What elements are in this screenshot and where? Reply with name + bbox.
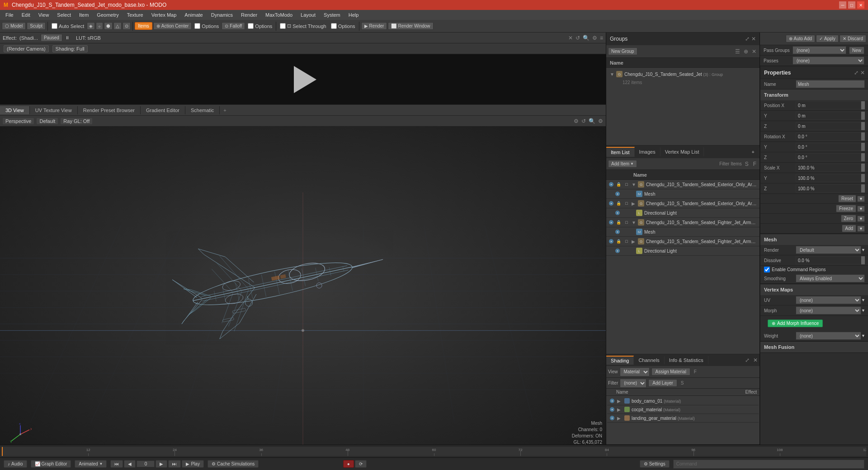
mat-vis-1[interactable]: ● <box>610 407 614 412</box>
frame-input[interactable] <box>137 461 155 467</box>
position-z-drag[interactable] <box>861 122 865 130</box>
transform-header[interactable]: Transform <box>760 89 868 100</box>
tool-icon-2[interactable]: ⬦ <box>96 22 103 30</box>
corner-icon-2[interactable]: ↺ <box>576 35 580 41</box>
animated-dropdown[interactable]: ▼ <box>99 462 103 466</box>
groups-icon-3[interactable]: ✕ <box>750 48 758 55</box>
discard-button[interactable]: ✕ Discard <box>840 35 866 42</box>
tab-uv-texture[interactable]: UV Texture View <box>30 106 78 114</box>
rotation-y-drag[interactable] <box>861 143 865 151</box>
corner-icon-4[interactable]: ⚙ <box>592 35 597 41</box>
groups-close[interactable]: ✕ <box>751 36 756 42</box>
titlebar-controls[interactable]: ─ □ ✕ <box>839 1 864 9</box>
scale-z-input[interactable] <box>796 184 861 193</box>
action-center-button[interactable]: ⊕ Action Center <box>153 22 192 30</box>
name-input[interactable] <box>796 80 865 88</box>
position-y-input[interactable] <box>796 112 861 120</box>
item-row-0[interactable]: ● 🔒 □ ▼ G Chengdu_J10_S_Tandem_Seated_Ex… <box>606 180 760 189</box>
menu-file[interactable]: File <box>2 11 17 19</box>
item-row-5[interactable]: ● M Mesh <box>606 227 760 237</box>
tool-icon-3[interactable]: ⬢ <box>104 22 113 30</box>
mesh-fusion-header[interactable]: Mesh Fusion <box>760 342 868 352</box>
item-row-1[interactable]: ● M Mesh <box>606 189 760 199</box>
mat-expand-1[interactable]: ▶ <box>617 407 622 412</box>
audio-button[interactable]: ♪ Audio <box>4 460 27 468</box>
add-item-button[interactable]: Add Item ▼ <box>608 160 637 168</box>
group-root[interactable]: ▼ G Chengdu_J10_S_Tandem_Seated_Jet (3) … <box>608 70 758 79</box>
render-6[interactable]: □ <box>623 239 630 244</box>
tool-icon-4[interactable]: △ <box>113 22 122 30</box>
new-group-button[interactable]: New Group <box>608 47 637 55</box>
render-dropdown[interactable]: ▼ <box>861 248 865 252</box>
vis-toggle-7[interactable]: ● <box>615 249 620 253</box>
dissolve-drag[interactable] <box>861 256 865 264</box>
tab-gradient-editor[interactable]: Gradient Editor <box>141 106 185 114</box>
position-y-drag[interactable] <box>861 112 865 120</box>
weight-dropdown[interactable]: ▼ <box>861 334 865 338</box>
shading-expand[interactable]: ⤢ <box>743 357 751 363</box>
menu-item[interactable]: Item <box>75 11 92 19</box>
menu-help[interactable]: Help <box>345 11 363 19</box>
options-checkbox-2[interactable] <box>248 23 254 29</box>
filter-select[interactable]: (none) <box>620 379 646 388</box>
add-dropdown[interactable]: ▼ <box>857 226 865 232</box>
options-checkbox-1[interactable] <box>194 23 200 29</box>
lock-2[interactable]: 🔒 <box>615 201 622 206</box>
step-back-button[interactable]: ◀ <box>124 460 136 468</box>
animated-button[interactable]: Animated ▼ <box>75 460 107 468</box>
auto-select-checkbox[interactable] <box>52 23 57 29</box>
tab-render-preset[interactable]: Render Preset Browser <box>78 106 141 114</box>
select-options-toggle[interactable]: Options <box>329 22 357 30</box>
close-button[interactable]: ✕ <box>857 1 864 9</box>
mat-expand-0[interactable]: ▶ <box>617 399 622 404</box>
auto-select-toggle[interactable]: Auto Select <box>50 22 86 30</box>
options-toggle-2[interactable]: Options <box>246 22 274 30</box>
corner-icon-1[interactable]: ✕ <box>568 35 573 41</box>
render-2[interactable]: □ <box>623 201 630 206</box>
shading-close[interactable]: ✕ <box>751 357 760 363</box>
weight-select[interactable]: (none) <box>796 332 861 340</box>
corner-icon-5[interactable]: ≡ <box>600 35 603 41</box>
add-morph-influence-button[interactable]: ⊕ Add Morph Influence <box>768 320 823 327</box>
filter-icon-1[interactable]: S <box>744 161 750 167</box>
mat-expand-2[interactable]: ▶ <box>617 416 622 421</box>
vis-toggle-0[interactable]: ● <box>609 182 613 187</box>
step-forward-button[interactable]: ▶ <box>156 460 167 468</box>
tab-images[interactable]: Images <box>635 147 660 156</box>
item-row-3[interactable]: ● L Directional Light <box>606 208 760 218</box>
items-button[interactable]: Items <box>135 22 152 30</box>
material-row-0[interactable]: ● ▶ body_camo_01 (Material) <box>607 397 759 405</box>
scale-x-drag[interactable] <box>861 164 865 172</box>
paused-button[interactable]: Paused <box>41 34 62 42</box>
sculpt-button[interactable]: Sculpt <box>27 22 46 30</box>
lock-4[interactable]: 🔒 <box>615 220 622 225</box>
uv-select[interactable]: (none) <box>796 296 861 304</box>
tab-schematic[interactable]: Schematic <box>185 106 220 114</box>
mesh-header[interactable]: Mesh <box>760 234 868 245</box>
graph-editor-button[interactable]: 📈 Graph Editor <box>31 460 71 468</box>
expand-6[interactable]: ▶ <box>632 239 636 244</box>
menu-texture[interactable]: Texture <box>123 11 147 19</box>
menu-maxtomodo[interactable]: MaxToModo <box>262 11 296 19</box>
vp-tool-2[interactable]: ↺ <box>581 118 586 124</box>
skip-start-button[interactable]: ⏮ <box>110 460 123 468</box>
menu-render[interactable]: Render <box>237 11 261 19</box>
enable-cmd-regions-checkbox[interactable] <box>764 267 770 273</box>
group-expand-icon[interactable]: ▼ <box>610 72 614 77</box>
mat-vis-0[interactable]: ● <box>610 399 614 403</box>
add-layer-button[interactable]: Add Layer <box>648 379 677 387</box>
falloff-button[interactable]: ⊙ Falloff <box>222 22 245 30</box>
scale-z-drag[interactable] <box>861 184 865 193</box>
timeline-ruler[interactable]: 01224364860728496108120 <box>2 447 866 456</box>
menu-dynamics[interactable]: Dynamics <box>208 11 236 19</box>
morph-select[interactable]: (none) <box>796 306 861 315</box>
rotation-y-input[interactable] <box>796 143 861 151</box>
tab-item-list[interactable]: Item List <box>606 147 635 157</box>
lock-0[interactable]: 🔒 <box>615 182 622 187</box>
vis-toggle-1[interactable]: ● <box>615 192 620 196</box>
props-expand[interactable]: ⤢ <box>854 70 859 76</box>
groups-icon-2[interactable]: ⊕ <box>742 48 750 55</box>
passes-select[interactable]: (none) <box>793 56 864 65</box>
expand-2[interactable]: ▶ <box>632 201 636 206</box>
smoothing-select[interactable]: Always Enabled <box>796 274 865 282</box>
